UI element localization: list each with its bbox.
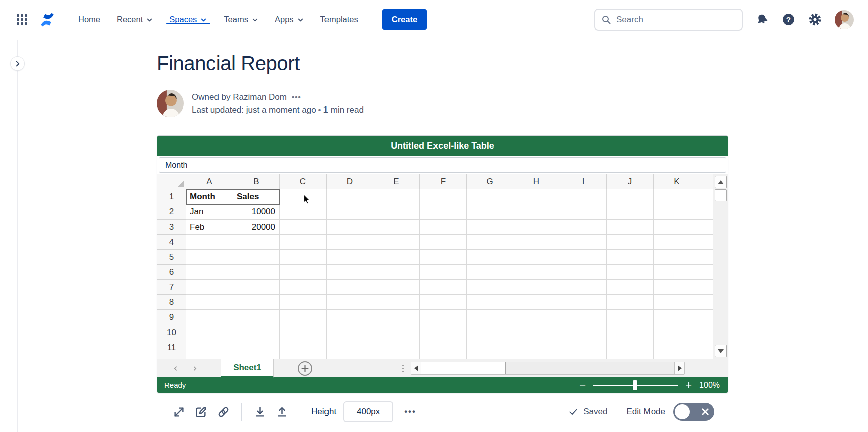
cell-A5[interactable] <box>186 250 233 265</box>
cell-D3[interactable] <box>327 220 373 235</box>
cell-A9[interactable] <box>186 310 233 325</box>
cell-A10[interactable] <box>186 325 233 340</box>
row-header-6[interactable]: 6 <box>157 265 186 280</box>
column-header-G[interactable]: G <box>467 174 513 189</box>
cell-G12[interactable] <box>467 355 513 359</box>
expand-sidebar-button[interactable] <box>10 56 25 71</box>
download-icon[interactable] <box>249 401 271 423</box>
cell-F7[interactable] <box>420 280 467 295</box>
cell-D11[interactable] <box>327 340 373 355</box>
cell-C1[interactable] <box>280 189 327 204</box>
expand-fullscreen-icon[interactable] <box>168 401 190 423</box>
cell-H6[interactable] <box>513 265 560 280</box>
user-avatar[interactable] <box>835 10 854 29</box>
cell-I3[interactable] <box>560 220 607 235</box>
zoom-out-button[interactable]: − <box>579 380 586 390</box>
settings-gear-icon[interactable] <box>808 13 822 26</box>
cell-C4[interactable] <box>280 235 327 250</box>
select-all-corner[interactable] <box>157 174 186 189</box>
row-header-5[interactable]: 5 <box>157 250 186 265</box>
cell-I4[interactable] <box>560 235 607 250</box>
cell-J3[interactable] <box>607 220 654 235</box>
cell-H1[interactable] <box>513 189 560 204</box>
cell-F9[interactable] <box>420 310 467 325</box>
cell-J10[interactable] <box>607 325 654 340</box>
cell-G6[interactable] <box>467 265 513 280</box>
cell-B2[interactable]: 10000 <box>233 204 280 220</box>
cell-E12[interactable] <box>373 355 420 359</box>
last-updated-text[interactable]: Last updated: just a moment ago <box>192 105 316 115</box>
app-switcher-icon[interactable] <box>12 10 31 29</box>
cell-I10[interactable] <box>560 325 607 340</box>
cell-K2[interactable] <box>654 204 700 220</box>
cell-J6[interactable] <box>607 265 654 280</box>
cell-B9[interactable] <box>233 310 280 325</box>
cell-A2[interactable]: Jan <box>186 204 233 220</box>
column-header-C[interactable]: C <box>280 174 327 189</box>
cell-D8[interactable] <box>327 295 373 310</box>
notifications-icon[interactable] <box>756 13 769 26</box>
cell-C3[interactable] <box>280 220 327 235</box>
create-button[interactable]: Create <box>382 9 427 30</box>
cell-B10[interactable] <box>233 325 280 340</box>
upload-icon[interactable] <box>271 401 293 423</box>
owner-text[interactable]: Owned by Raziman Dom <box>192 91 287 103</box>
cell-H2[interactable] <box>513 204 560 220</box>
cell-F8[interactable] <box>420 295 467 310</box>
owner-avatar[interactable] <box>157 90 184 117</box>
cell-K9[interactable] <box>654 310 700 325</box>
cell-G3[interactable] <box>467 220 513 235</box>
row-header-9[interactable]: 9 <box>157 310 186 325</box>
cell-D10[interactable] <box>327 325 373 340</box>
horizontal-scrollbar[interactable] <box>411 362 685 375</box>
nav-item-templates[interactable]: Templates <box>312 15 366 24</box>
cell-H8[interactable] <box>513 295 560 310</box>
row-header-10[interactable]: 10 <box>157 325 186 340</box>
cell-G7[interactable] <box>467 280 513 295</box>
vertical-scrollbar[interactable] <box>713 174 728 359</box>
cell-J12[interactable] <box>607 355 654 359</box>
link-icon[interactable] <box>212 401 234 423</box>
cell-C10[interactable] <box>280 325 327 340</box>
cell-B4[interactable] <box>233 235 280 250</box>
cell-K10[interactable] <box>654 325 700 340</box>
row-header-8[interactable]: 8 <box>157 295 186 310</box>
cell-J1[interactable] <box>607 189 654 204</box>
help-icon[interactable]: ? <box>782 13 795 26</box>
scroll-down-button[interactable] <box>715 345 727 357</box>
cell-E6[interactable] <box>373 265 420 280</box>
cell-G9[interactable] <box>467 310 513 325</box>
zoom-slider[interactable] <box>593 380 678 390</box>
formula-bar[interactable]: Month <box>159 157 726 173</box>
cell-H3[interactable] <box>513 220 560 235</box>
cell-E10[interactable] <box>373 325 420 340</box>
more-options-button[interactable]: ••• <box>404 407 416 417</box>
zoom-slider-thumb[interactable] <box>633 380 637 390</box>
cell-B5[interactable] <box>233 250 280 265</box>
cell-A8[interactable] <box>186 295 233 310</box>
column-header-I[interactable]: I <box>560 174 607 189</box>
cell-B6[interactable] <box>233 265 280 280</box>
row-header-7[interactable]: 7 <box>157 280 186 295</box>
search-input[interactable] <box>616 15 736 25</box>
cell-H4[interactable] <box>513 235 560 250</box>
cell-G4[interactable] <box>467 235 513 250</box>
nav-item-teams[interactable]: Teams <box>215 15 267 24</box>
horizontal-scroll-thumb[interactable] <box>421 362 506 374</box>
cell-G5[interactable] <box>467 250 513 265</box>
cell-B7[interactable] <box>233 280 280 295</box>
row-header-12[interactable] <box>157 355 186 359</box>
cell-C8[interactable] <box>280 295 327 310</box>
cell-G2[interactable] <box>467 204 513 220</box>
cell-F5[interactable] <box>420 250 467 265</box>
cell-I1[interactable] <box>560 189 607 204</box>
cell-A1[interactable]: Month <box>186 189 233 204</box>
cell-E1[interactable] <box>373 189 420 204</box>
cell-D5[interactable] <box>327 250 373 265</box>
cell-C2[interactable] <box>280 204 327 220</box>
cell-D2[interactable] <box>327 204 373 220</box>
cell-B8[interactable] <box>233 295 280 310</box>
sheet-nav-left-icon[interactable] <box>172 365 179 372</box>
row-header-4[interactable]: 4 <box>157 235 186 250</box>
cell-G8[interactable] <box>467 295 513 310</box>
